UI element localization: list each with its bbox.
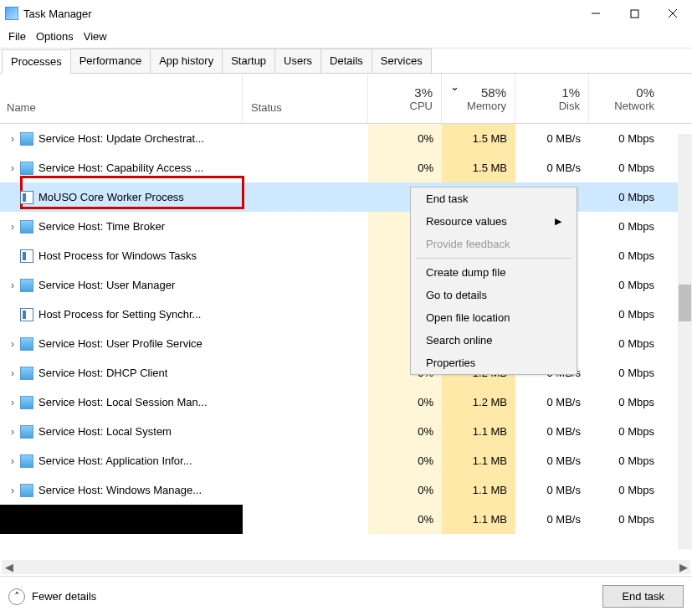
gear-icon (20, 484, 33, 497)
tab-app-history[interactable]: App history (150, 49, 223, 73)
network-cell: 0 Mbps (589, 505, 663, 534)
process-name-cell: ›Service Host: Update Orchestrat... (0, 124, 243, 153)
expand-icon[interactable]: › (5, 397, 20, 408)
menu-create-dump[interactable]: Create dump file (411, 261, 577, 284)
network-cell: 0 Mbps (589, 182, 663, 212)
disk-cell: 0 MB/s (515, 446, 589, 475)
scroll-right-icon[interactable]: ▶ (676, 560, 690, 574)
gear-icon (20, 396, 33, 409)
menu-resource-values[interactable]: Resource values ▶ (411, 210, 577, 233)
process-name: Service Host: DHCP Client (38, 367, 167, 379)
table-row[interactable]: ›Service Host: Capability Access ...0%1.… (0, 153, 692, 182)
gear-icon (20, 425, 33, 439)
col-cpu[interactable]: 3% CPU (368, 74, 442, 123)
table-row[interactable]: MoUSO Core Worker Process0%0 Mbps (0, 182, 692, 212)
process-name: Host Process for Setting Synchr... (38, 308, 201, 321)
gear-icon (20, 367, 33, 380)
gear-icon (20, 162, 33, 175)
table-row[interactable]: ›Service Host: Local System0%1.1 MB0 MB/… (0, 417, 692, 446)
gear-icon (20, 132, 33, 146)
expand-icon[interactable]: › (5, 426, 20, 438)
minimize-button[interactable] (577, 0, 615, 27)
scroll-thumb[interactable] (679, 285, 691, 321)
tab-services[interactable]: Services (372, 49, 432, 73)
menu-view[interactable]: View (82, 28, 115, 44)
network-cell: 0 Mbps (589, 388, 663, 417)
table-row[interactable]: ›Service Host: Update Orchestrat...0%1.5… (0, 124, 692, 153)
status-cell (243, 270, 368, 300)
col-memory[interactable]: ⌄ 58% Memory (442, 74, 515, 123)
process-name: Service Host: Application Infor... (38, 454, 192, 467)
col-network[interactable]: 0% Network (589, 74, 663, 123)
table-row[interactable]: Host Process for Setting Synchr...0%0 Mb… (0, 300, 692, 329)
menu-end-task[interactable]: End task (411, 187, 577, 210)
expand-icon[interactable]: › (5, 280, 20, 291)
scroll-left-icon[interactable]: ◀ (2, 560, 16, 574)
tab-processes[interactable]: Processes (2, 49, 71, 74)
task-icon (20, 308, 33, 321)
table-row[interactable]: 0%1.1 MB0 MB/s0 Mbps (0, 505, 692, 534)
maximize-button[interactable] (615, 0, 654, 27)
close-button[interactable] (654, 0, 692, 27)
col-disk[interactable]: 1% Disk (515, 74, 589, 123)
expand-icon[interactable]: › (5, 133, 20, 145)
fewer-details-button[interactable]: ˄ Fewer details (8, 588, 96, 605)
table-row[interactable]: ›Service Host: Windows Manage...0%1.1 MB… (0, 475, 692, 505)
col-name[interactable]: Name (0, 74, 243, 123)
tab-startup[interactable]: Startup (222, 49, 275, 73)
gear-icon (20, 337, 33, 351)
expand-icon[interactable]: › (5, 162, 20, 174)
menu-open-file-location[interactable]: Open file location (411, 306, 577, 329)
horizontal-scrollbar[interactable]: ◀ ▶ (2, 560, 690, 574)
end-task-button[interactable]: End task (602, 585, 684, 608)
memory-cell: 1.5 MB (442, 153, 515, 182)
tab-performance[interactable]: Performance (70, 49, 151, 73)
process-name-cell: ›Service Host: Application Infor... (0, 446, 243, 475)
table-row[interactable]: ›Service Host: Local Session Man...0%1.2… (0, 388, 692, 417)
process-name-cell: ›Service Host: User Manager (0, 270, 243, 300)
process-name-cell: ›Service Host: User Profile Service (0, 329, 243, 358)
expand-icon[interactable]: › (5, 367, 20, 379)
memory-cell: 1.2 MB (442, 388, 515, 417)
disk-cell: 0 MB/s (515, 124, 589, 153)
process-name-cell (0, 505, 243, 534)
col-status[interactable]: Status (243, 74, 368, 123)
chevron-right-icon: ▶ (555, 216, 561, 227)
status-cell (243, 300, 368, 329)
network-cell: 0 Mbps (589, 329, 663, 358)
task-icon (20, 191, 33, 204)
cpu-cell: 0% (368, 417, 442, 446)
network-cell: 0 Mbps (589, 300, 663, 329)
process-name-cell: Host Process for Setting Synchr... (0, 300, 243, 329)
tab-users[interactable]: Users (274, 49, 321, 73)
table-row[interactable]: Host Process for Windows Tasks0%0 Mbps (0, 241, 692, 270)
menu-properties[interactable]: Properties (411, 352, 577, 374)
tab-details[interactable]: Details (320, 49, 372, 73)
menu-go-to-details[interactable]: Go to details (411, 284, 577, 306)
window-controls (577, 0, 692, 27)
expand-icon[interactable]: › (5, 455, 20, 467)
menu-file[interactable]: File (7, 28, 34, 44)
network-cell: 0 Mbps (589, 212, 663, 241)
process-name-cell: ›Service Host: Capability Access ... (0, 153, 243, 182)
expand-icon[interactable]: › (5, 485, 20, 496)
status-cell (243, 329, 368, 358)
expand-icon[interactable]: › (5, 338, 20, 350)
table-row[interactable]: ›Service Host: DHCP Client0%1.2 MB0 MB/s… (0, 358, 692, 388)
process-name: Service Host: Windows Manage... (38, 484, 202, 496)
table-row[interactable]: ›Service Host: Time Broker0%0 Mbps (0, 212, 692, 241)
status-cell (243, 446, 368, 475)
disk-cell: 0 MB/s (515, 475, 589, 505)
status-cell (243, 417, 368, 446)
table-row[interactable]: ›Service Host: User Profile Service0%0 M… (0, 329, 692, 358)
process-name-cell: MoUSO Core Worker Process (0, 182, 243, 212)
memory-cell: 1.1 MB (442, 505, 515, 534)
vertical-scrollbar[interactable] (678, 134, 692, 549)
table-row[interactable]: ›Service Host: User Manager0%0 Mbps (0, 270, 692, 300)
table-row[interactable]: ›Service Host: Application Infor...0%1.1… (0, 446, 692, 475)
menu-options[interactable]: Options (34, 28, 82, 44)
expand-icon[interactable]: › (5, 221, 20, 233)
process-name-cell: ›Service Host: Local System (0, 417, 243, 446)
menu-search-online[interactable]: Search online (411, 329, 577, 352)
status-cell (243, 182, 368, 212)
